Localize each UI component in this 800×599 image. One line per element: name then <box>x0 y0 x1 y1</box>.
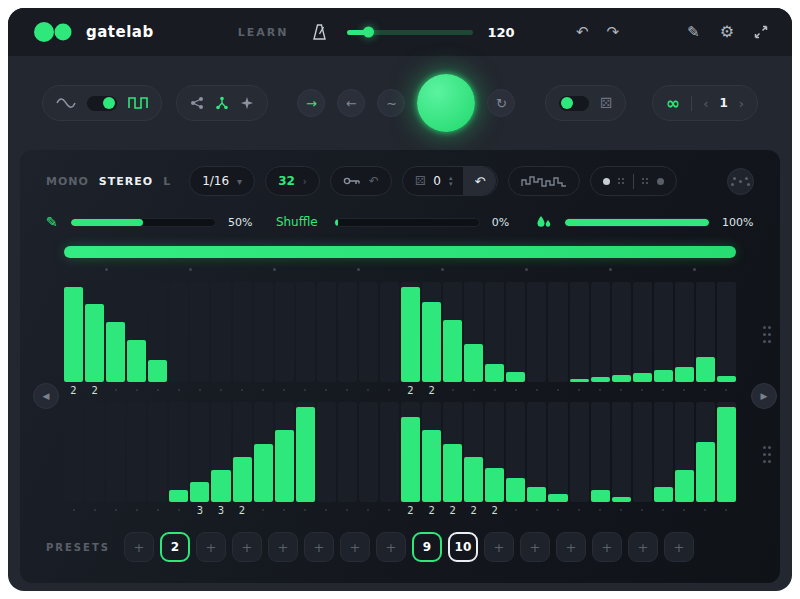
undo-random-button[interactable]: ↶ <box>463 167 497 195</box>
learn-button[interactable]: LEARN <box>238 26 289 39</box>
seq-step-bar[interactable] <box>548 494 567 502</box>
seq-step-bar[interactable] <box>254 444 273 502</box>
seq-step[interactable] <box>654 282 673 382</box>
smooth-wave-button[interactable]: ∼ <box>377 89 405 117</box>
preset-slot[interactable]: + <box>376 532 406 562</box>
seq-step[interactable] <box>275 282 294 382</box>
seq-step[interactable] <box>317 282 336 382</box>
seq-step-bar[interactable] <box>464 344 483 382</box>
seq-step[interactable] <box>675 282 694 382</box>
seq-step[interactable] <box>401 402 420 502</box>
seq-step-bar[interactable] <box>527 487 546 502</box>
seq-step[interactable] <box>148 402 167 502</box>
gate-amount-slider[interactable] <box>70 218 216 227</box>
step-repeat-count[interactable]: 3 <box>190 505 209 516</box>
pattern-preview-button[interactable] <box>508 166 580 196</box>
bpm-slider[interactable] <box>347 30 473 35</box>
preset-slot[interactable]: + <box>484 532 514 562</box>
random-mode-toggle[interactable] <box>559 96 589 111</box>
seq-step[interactable] <box>422 402 441 502</box>
step-repeat-count[interactable]: 2 <box>401 385 420 396</box>
seq-step-bar[interactable] <box>654 487 673 502</box>
seq-step[interactable] <box>338 282 357 382</box>
stereo-button[interactable]: STEREO <box>99 175 153 188</box>
seq-step-bar[interactable] <box>64 287 83 382</box>
share-icon[interactable] <box>190 96 204 110</box>
dice-icon[interactable]: ⚄ <box>415 174 425 188</box>
seq-step[interactable] <box>233 282 252 382</box>
seq-step-bar[interactable] <box>485 364 504 382</box>
mono-button[interactable]: MONO <box>46 175 89 188</box>
settings-gear-button[interactable]: ⚙ <box>720 24 734 40</box>
shuffle-slider[interactable] <box>334 218 480 227</box>
preset-slot[interactable]: + <box>232 532 262 562</box>
step-repeat-count[interactable]: 2 <box>233 505 252 516</box>
seq-step[interactable] <box>464 282 483 382</box>
drag-handle-top[interactable] <box>763 326 772 344</box>
seq-step-bar[interactable] <box>696 357 715 382</box>
seq-step[interactable] <box>85 402 104 502</box>
seq-step[interactable] <box>211 402 230 502</box>
seq-step[interactable] <box>233 402 252 502</box>
undo-button[interactable]: ↶ <box>576 25 589 40</box>
seq-step[interactable] <box>169 282 188 382</box>
dice-icon[interactable]: ⚄ <box>600 95 612 111</box>
seq-step-bar[interactable] <box>422 430 441 502</box>
preset-slot[interactable]: + <box>340 532 370 562</box>
seq-step[interactable] <box>254 282 273 382</box>
preset-slot[interactable]: + <box>592 532 622 562</box>
seq-step[interactable] <box>254 402 273 502</box>
seq-step-bar[interactable] <box>401 287 420 382</box>
seq-step[interactable] <box>464 402 483 502</box>
seq-step[interactable] <box>85 282 104 382</box>
seq-step-bar[interactable] <box>296 407 315 502</box>
step-count-select[interactable]: 32 › <box>265 166 320 196</box>
seq-step-bar[interactable] <box>443 444 462 502</box>
preset-slot[interactable]: + <box>304 532 334 562</box>
wave-shape-toggle[interactable] <box>87 96 117 111</box>
seq-step[interactable] <box>654 402 673 502</box>
seq-step[interactable] <box>443 402 462 502</box>
seq-step[interactable] <box>485 402 504 502</box>
seq-step-bar[interactable] <box>675 470 694 502</box>
seq-step[interactable] <box>169 402 188 502</box>
preset-slot[interactable]: 2 <box>160 532 190 562</box>
preset-slot[interactable]: + <box>664 532 694 562</box>
seq-step[interactable] <box>127 402 146 502</box>
seq-step[interactable] <box>675 402 694 502</box>
seq-step-bar[interactable] <box>422 302 441 382</box>
seq-step-bar[interactable] <box>275 430 294 502</box>
bpm-slider-thumb[interactable] <box>363 27 374 38</box>
morph-a-button[interactable] <box>603 178 610 185</box>
seq-step[interactable] <box>106 282 125 382</box>
key-icon[interactable] <box>343 175 361 187</box>
seq-step-bar[interactable] <box>190 482 209 502</box>
seq-step[interactable] <box>127 282 146 382</box>
seq-step-bar[interactable] <box>633 373 652 382</box>
seq-step[interactable] <box>211 282 230 382</box>
seq-step[interactable] <box>296 402 315 502</box>
seq-step[interactable] <box>717 282 736 382</box>
seq-step[interactable] <box>338 402 357 502</box>
seq-step[interactable] <box>696 402 715 502</box>
seq-step-bar[interactable] <box>591 377 610 382</box>
seq-step[interactable] <box>717 402 736 502</box>
seq-step-bar[interactable] <box>233 457 252 502</box>
seq-step[interactable] <box>359 282 378 382</box>
seq-step-bar[interactable] <box>85 304 104 382</box>
sparkle-icon[interactable] <box>240 96 254 110</box>
gate-wave-icon[interactable] <box>128 96 148 110</box>
preset-slot[interactable]: + <box>520 532 550 562</box>
left-channel-button[interactable]: L <box>163 175 171 188</box>
seq-step-bar[interactable] <box>612 497 631 502</box>
seq-step[interactable] <box>548 402 567 502</box>
step-repeat-count[interactable]: 2 <box>422 505 441 516</box>
step-repeat-count[interactable]: 2 <box>443 505 462 516</box>
page-right-button[interactable]: ▶ <box>751 383 777 409</box>
loop-length-bar[interactable] <box>64 246 736 258</box>
seq-step[interactable] <box>64 282 83 382</box>
sequencer-top[interactable] <box>64 282 736 382</box>
seq-step-bar[interactable] <box>717 407 736 502</box>
seq-step-bar[interactable] <box>696 442 715 502</box>
branch-nodes-icon[interactable] <box>215 96 229 110</box>
